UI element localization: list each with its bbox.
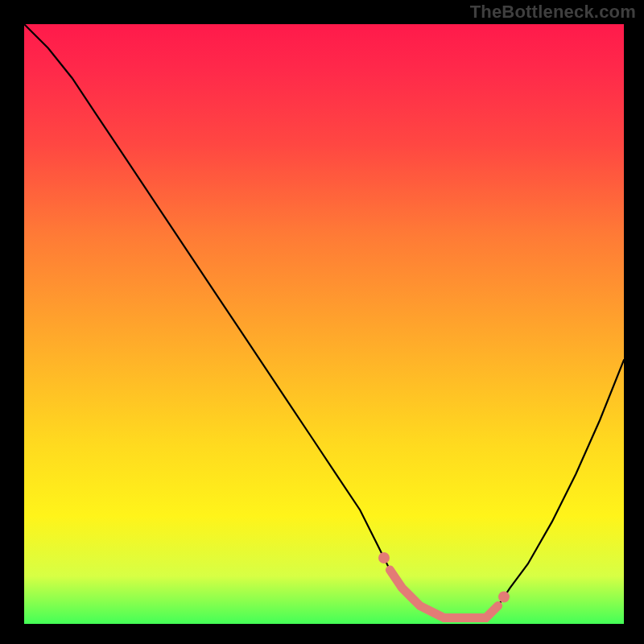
valley-highlight [390, 570, 497, 618]
curve-layer [24, 24, 624, 624]
plot-area [24, 24, 624, 624]
highlight-dot-right [498, 592, 510, 603]
bottleneck-curve [24, 24, 624, 618]
watermark-text: TheBottleneck.com [470, 2, 636, 23]
chart-frame: TheBottleneck.com [0, 0, 644, 644]
highlight-dot-left [378, 552, 390, 564]
